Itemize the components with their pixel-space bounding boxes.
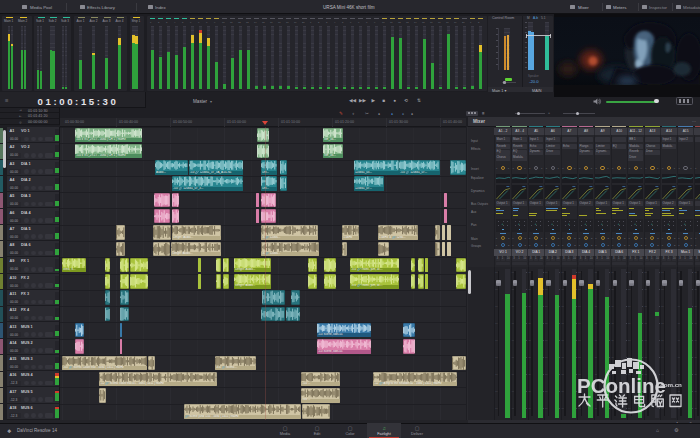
- svg-text:.com.cn: .com.cn: [659, 381, 683, 388]
- svg-text:PConline: PConline: [577, 374, 666, 397]
